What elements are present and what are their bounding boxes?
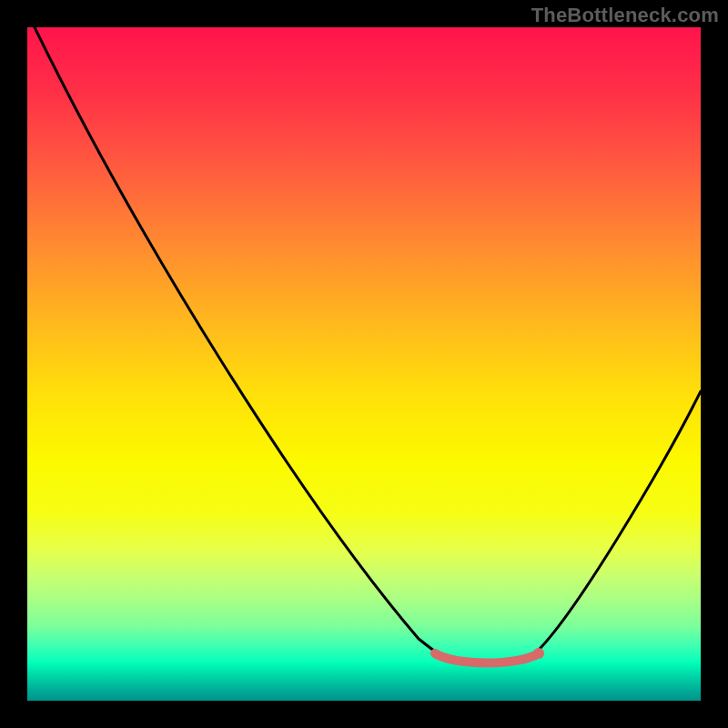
- bottleneck-curve-left: [35, 27, 440, 655]
- sweet-spot-highlight: [435, 653, 539, 663]
- chart-frame: TheBottleneck.com: [0, 0, 728, 728]
- watermark-text: TheBottleneck.com: [531, 4, 719, 27]
- curve-layer: [27, 27, 701, 701]
- plot-area: [27, 27, 701, 701]
- bottleneck-curve-right: [533, 391, 701, 655]
- sweet-spot-end-dot: [533, 648, 544, 659]
